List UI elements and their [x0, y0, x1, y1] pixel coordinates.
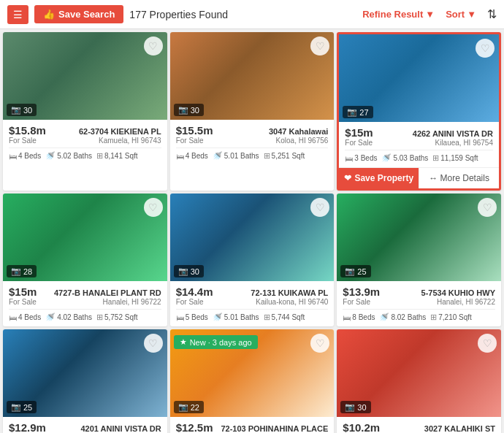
- property-location: Hanalei, HI 96722: [437, 298, 495, 306]
- photo-count: 📷 30: [340, 401, 370, 413]
- property-card: 📷 30 ♡ $10.2m 3027 KALAHIKI ST For Sale …: [337, 329, 501, 433]
- camera-icon: 📷: [11, 105, 21, 115]
- sqft-value: 5,752 Sqft: [104, 313, 138, 321]
- menu-button[interactable]: ☰: [7, 5, 28, 24]
- favorite-button[interactable]: ♡: [476, 39, 495, 58]
- sqft-icon: ⊞: [96, 313, 103, 322]
- price-row: $15m 4262 ANINI VISTA DR: [345, 126, 493, 139]
- baths-detail: 🚿 4.02 Baths: [45, 313, 92, 322]
- camera-icon: 📷: [178, 267, 188, 276]
- camera-icon: 📷: [178, 402, 188, 412]
- favorite-button[interactable]: ♡: [310, 334, 329, 353]
- bath-icon: 🚿: [45, 151, 56, 161]
- property-card: 📷 25 ♡ $12.9m 4201 ANINI VISTA DR For Sa…: [3, 329, 167, 433]
- price-row: $12.5m 72-103 POHINAHINA PLACE: [176, 421, 329, 433]
- property-price: $15m: [345, 126, 373, 139]
- property-image: 📷 25 ♡: [337, 193, 501, 281]
- property-address: 62-3704 KIEKIENA PL: [79, 127, 161, 136]
- beds-count: 4 Beds: [186, 152, 208, 160]
- status-row: For Sale Kamuela, HI 96743: [9, 137, 161, 145]
- card-body: $13.9m 5-7534 KUHIO HWY For Sale Hanalei…: [337, 281, 501, 326]
- sqft-detail: ⊞ 5,744 Sqft: [264, 313, 305, 322]
- bath-icon: 🚿: [381, 153, 392, 163]
- property-price: $10.2m: [343, 421, 380, 433]
- beds-count: 5 Beds: [186, 313, 208, 321]
- price-row: $12.9m 4201 ANINI VISTA DR: [9, 421, 161, 433]
- save-search-button[interactable]: 👍 Save Search: [34, 5, 123, 23]
- favorite-button[interactable]: ♡: [478, 334, 497, 353]
- refine-button[interactable]: Refine Result ▼: [362, 9, 435, 20]
- bed-icon: 🛏: [345, 154, 353, 163]
- property-price: $12.9m: [9, 421, 46, 433]
- property-details: 🛏 3 Beds 🚿 5.03 Baths ⊞ 11,159 Sqft: [345, 150, 493, 163]
- favorite-button[interactable]: ♡: [478, 198, 497, 217]
- status-row: For Sale Kailua-kona, HI 96740: [176, 298, 329, 306]
- property-status: For Sale: [176, 298, 204, 306]
- favorite-button[interactable]: ♡: [144, 198, 163, 217]
- favorite-button[interactable]: ♡: [144, 37, 163, 55]
- sort-button[interactable]: Sort ▼: [446, 9, 476, 20]
- property-image: 📷 30 ♡: [170, 193, 335, 281]
- bed-icon: 🛏: [343, 313, 351, 322]
- sqft-detail: ⊞ 8,141 Sqft: [96, 151, 138, 161]
- favorite-button[interactable]: ♡: [310, 37, 329, 55]
- sort-order-icon[interactable]: ⇅: [487, 7, 497, 21]
- property-image: 📷 27 ♡: [339, 34, 499, 122]
- card-body: $12.9m 4201 ANINI VISTA DR For Sale Kila…: [3, 417, 167, 433]
- sqft-detail: ⊞ 5,251 Sqft: [264, 151, 305, 161]
- price-row: $14.4m 72-131 KUIKAWA PL: [176, 286, 329, 298]
- bed-icon: 🛏: [9, 152, 17, 161]
- property-details: 🛏 5 Beds 🚿 5.01 Baths ⊞ 5,744 Sqft: [176, 309, 329, 322]
- more-details-button[interactable]: ↔ More Details: [419, 168, 499, 188]
- property-address: 3027 KALAHIKI ST: [424, 424, 495, 433]
- card-body: $12.5m 72-103 POHINAHINA PLACE For Sale …: [170, 417, 335, 433]
- card-body: $10.2m 3027 KALAHIKI ST For Sale Koloa, …: [337, 417, 501, 433]
- star-icon: ★: [180, 337, 187, 347]
- beds-count: 4 Beds: [18, 152, 41, 160]
- sqft-icon: ⊞: [432, 153, 439, 163]
- property-status: For Sale: [176, 137, 204, 145]
- property-card: 📷 30 ♡ $15.5m 3047 Kahalawai For Sale Ko…: [170, 32, 335, 191]
- save-icon: 👍: [43, 9, 55, 20]
- property-location: Kailua-kona, HI 96740: [256, 298, 328, 306]
- baths-detail: 🚿 5.01 Baths: [213, 313, 259, 322]
- card-body: $15.8m 62-3704 KIEKIENA PL For Sale Kamu…: [3, 120, 167, 165]
- price-row: $13.9m 5-7534 KUHIO HWY: [343, 286, 495, 298]
- status-row: For Sale Kilauea, HI 96754: [345, 139, 493, 147]
- property-card: 📷 25 ♡ $13.9m 5-7534 KUHIO HWY For Sale …: [337, 193, 501, 326]
- property-address: 3047 Kahalawai: [269, 127, 328, 136]
- beds-detail: 🛏 4 Beds: [9, 313, 41, 322]
- property-address: 5-7534 KUHIO HWY: [421, 288, 495, 297]
- sqft-icon: ⊞: [430, 313, 437, 322]
- property-price: $14.4m: [176, 286, 213, 298]
- favorite-button[interactable]: ♡: [144, 334, 163, 353]
- price-row: $15m 4727-B HANALEI PLANT RD: [9, 286, 161, 298]
- bath-icon: 🚿: [213, 313, 223, 322]
- property-card: 📷 30 ♡ $14.4m 72-131 KUIKAWA PL For Sale…: [170, 193, 335, 326]
- heart-filled-icon: ❤: [344, 173, 351, 183]
- property-location: Kilauea, HI 96754: [435, 139, 493, 147]
- property-card: ★New · 3 days ago 📷 22 ♡ $12.5m 72-103 P…: [170, 329, 335, 433]
- property-status: For Sale: [343, 298, 370, 306]
- beds-detail: 🛏 4 Beds: [176, 151, 208, 161]
- baths-detail: 🚿 5.01 Baths: [213, 151, 259, 161]
- property-address: 4262 ANINI VISTA DR: [413, 129, 493, 138]
- baths-detail: 🚿 8.02 Baths: [379, 313, 426, 322]
- camera-icon: 📷: [11, 267, 21, 276]
- property-address: 72-103 POHINAHINA PLACE: [221, 424, 328, 433]
- baths-count: 5.02 Baths: [57, 152, 92, 160]
- sqft-detail: ⊞ 11,159 Sqft: [432, 153, 478, 163]
- bath-icon: 🚿: [379, 313, 389, 322]
- photo-count: 📷 25: [340, 265, 370, 277]
- property-grid: 📷 30 ♡ $15.8m 62-3704 KIEKIENA PL For Sa…: [0, 29, 504, 433]
- sqft-detail: ⊞ 5,752 Sqft: [96, 313, 138, 322]
- property-image: ★New · 3 days ago 📷 22 ♡: [170, 329, 335, 417]
- save-property-button[interactable]: ❤ Save Property: [339, 168, 419, 188]
- beds-count: 8 Beds: [352, 313, 375, 321]
- beds-count: 3 Beds: [354, 154, 377, 162]
- favorite-button[interactable]: ♡: [310, 198, 329, 217]
- properties-count: 177 Properties Found: [129, 9, 228, 20]
- sqft-value: 11,159 Sqft: [440, 154, 478, 162]
- new-badge: ★New · 3 days ago: [174, 335, 258, 349]
- price-row: $15.5m 3047 Kahalawai: [176, 124, 329, 137]
